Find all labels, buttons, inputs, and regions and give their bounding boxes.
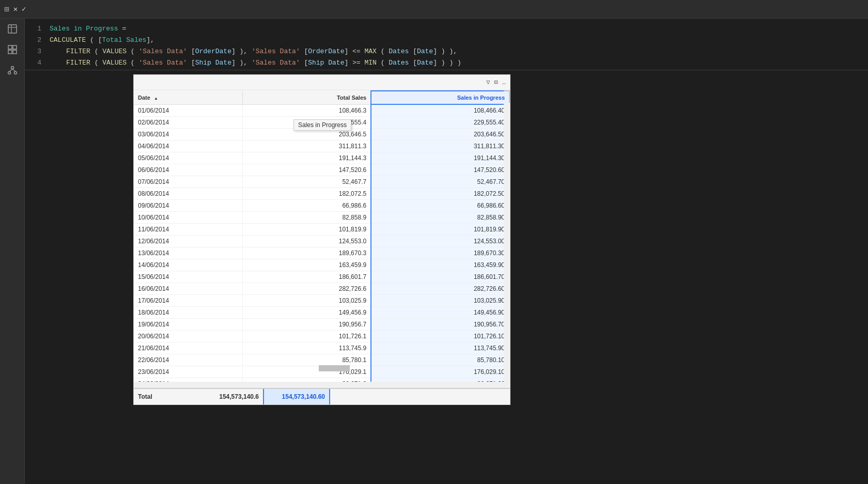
svg-point-9 <box>14 72 17 74</box>
svg-line-11 <box>12 69 16 72</box>
left-sidebar <box>0 19 25 484</box>
cell-sales-progress: 163,459.90 <box>371 259 509 271</box>
sidebar-icon-table[interactable] <box>6 23 19 35</box>
data-table: Date ▲ Total Sales Sales in Progress 01/… <box>134 90 510 388</box>
filter-icon[interactable]: ▽ <box>486 79 490 86</box>
close-icon[interactable]: ✕ <box>13 5 18 13</box>
cell-sales-progress: 189,670.30 <box>371 247 509 259</box>
code-line-1-text[interactable]: Sales in Progress = <box>50 25 126 33</box>
check-icon[interactable]: ✓ <box>22 5 26 13</box>
col-header-sales-progress[interactable]: Sales in Progress <box>371 91 509 104</box>
cell-date: 10/06/2014 <box>134 212 242 224</box>
cell-sales-progress: 147,520.60 <box>371 164 509 176</box>
table-row: 10/06/201482,858.982,858.90 <box>134 212 509 224</box>
cell-total-sales: 108,466.3 <box>242 104 371 117</box>
svg-rect-0 <box>8 25 17 33</box>
scroll-track-right[interactable] <box>504 90 510 388</box>
cell-date: 09/06/2014 <box>134 200 242 212</box>
cell-date: 04/06/2014 <box>134 140 242 152</box>
grid-icon: ⊞ <box>4 4 9 14</box>
table-row: 04/06/2014311,811.3311,811.30 <box>134 140 509 152</box>
table-row: 01/06/2014108,466.3108,466.40 <box>134 104 509 117</box>
svg-rect-5 <box>8 50 12 54</box>
cell-total-sales: 66,986.6 <box>242 200 371 212</box>
svg-rect-6 <box>13 50 17 54</box>
cell-date: 07/06/2014 <box>134 176 242 188</box>
table-row: 06/06/2014147,520.6147,520.60 <box>134 164 509 176</box>
cell-date: 21/06/2014 <box>134 342 242 354</box>
line-number-2: 2 <box>33 36 41 44</box>
main-content: 1 Sales in Progress = 2 CALCULATE ( [Tot… <box>25 19 868 484</box>
cell-total-sales: 190,956.7 <box>242 319 371 331</box>
code-line-3-text[interactable]: FILTER ( VALUES ( 'Sales Data' [OrderDat… <box>50 48 457 55</box>
table-row: 22/06/201485,780.185,780.10 <box>134 354 509 366</box>
scroll-thumb-bottom[interactable] <box>319 365 350 371</box>
footer-total-progress-value: 154,573,140.60 <box>263 389 330 404</box>
cell-total-sales: 163,459.9 <box>242 259 371 271</box>
table-row: 14/06/2014163,459.9163,459.90 <box>134 259 509 271</box>
table-row: 19/06/2014190,956.7190,956.70 <box>134 319 509 331</box>
cell-date: 06/06/2014 <box>134 164 242 176</box>
table-row: 11/06/2014101,819.9101,819.90 <box>134 224 509 236</box>
svg-point-8 <box>8 72 10 74</box>
cell-sales-progress: 176,029.10 <box>371 366 509 378</box>
cell-total-sales: 103,025.9 <box>242 295 371 307</box>
code-line-2: 2 CALCULATE ( [Total Sales], <box>33 34 860 45</box>
cell-date: 13/06/2014 <box>134 247 242 259</box>
sidebar-icon-network[interactable] <box>6 64 19 76</box>
col-header-date[interactable]: Date ▲ <box>134 91 242 104</box>
cell-total-sales: 124,553.0 <box>242 236 371 247</box>
cell-date: 20/06/2014 <box>134 331 242 342</box>
table-row: 20/06/2014101,726.1101,726.10 <box>134 331 509 342</box>
cell-sales-progress: 186,601.70 <box>371 271 509 283</box>
scroll-track-bottom[interactable] <box>134 382 504 388</box>
more-icon[interactable]: … <box>502 79 506 86</box>
cell-total-sales: 282,726.6 <box>242 283 371 295</box>
cell-total-sales: 113,745.9 <box>242 342 371 354</box>
table-row: 05/06/2014191,144.3191,144.30 <box>134 152 509 164</box>
table-row: 15/06/2014186,601.7186,601.70 <box>134 271 509 283</box>
code-line-2-text[interactable]: CALCULATE ( [Total Sales], <box>50 36 154 44</box>
code-line-4-text[interactable]: FILTER ( VALUES ( 'Sales Data' [Ship Dat… <box>50 59 461 67</box>
col-header-total-sales[interactable]: Total Sales <box>242 91 371 104</box>
cell-sales-progress: 191,144.30 <box>371 152 509 164</box>
cell-sales-progress: 190,956.70 <box>371 319 509 331</box>
cell-date: 15/06/2014 <box>134 271 242 283</box>
cell-sales-progress: 101,726.10 <box>371 331 509 342</box>
cell-date: 11/06/2014 <box>134 224 242 236</box>
table-toolbar-icons: ▽ ⊡ … <box>486 79 506 86</box>
cell-sales-progress: 108,466.40 <box>371 104 509 117</box>
cell-total-sales: 191,144.3 <box>242 152 371 164</box>
code-line-4: 4 FILTER ( VALUES ( 'Sales Data' [Ship D… <box>33 57 860 68</box>
cell-date: 14/06/2014 <box>134 259 242 271</box>
cell-date: 12/06/2014 <box>134 236 242 247</box>
table-row: 17/06/2014103,025.9103,025.90 <box>134 295 509 307</box>
sidebar-icon-grid[interactable] <box>6 43 19 56</box>
svg-line-10 <box>9 69 12 72</box>
sort-arrow-date: ▲ <box>154 96 158 101</box>
cell-sales-progress: 101,819.90 <box>371 224 509 236</box>
cell-total-sales: 149,456.9 <box>242 307 371 319</box>
column-tooltip: Sales in Progress <box>293 119 351 131</box>
cell-date: 17/06/2014 <box>134 295 242 307</box>
cell-date: 05/06/2014 <box>134 152 242 164</box>
cell-sales-progress: 103,025.90 <box>371 295 509 307</box>
cell-sales-progress: 203,646.50 <box>371 129 509 140</box>
table-row: 13/06/2014189,670.3189,670.30 <box>134 247 509 259</box>
code-line-1: 1 Sales in Progress = <box>33 23 860 34</box>
cell-total-sales: 182,072.5 <box>242 188 371 200</box>
table-footer: Total 154,573,140.6 154,573,140.60 <box>134 388 510 404</box>
table-row: 09/06/201466,986.666,986.60 <box>134 200 509 212</box>
footer-total-label: Total <box>134 393 196 400</box>
table-scroll-area[interactable]: Date ▲ Total Sales Sales in Progress 01/… <box>134 90 510 388</box>
cell-sales-progress: 149,456.90 <box>371 307 509 319</box>
cell-date: 23/06/2014 <box>134 366 242 378</box>
svg-rect-3 <box>8 45 12 49</box>
cell-date: 19/06/2014 <box>134 319 242 331</box>
line-number-4: 4 <box>33 59 41 67</box>
expand-icon[interactable]: ⊡ <box>494 79 498 86</box>
table-row: 07/06/201452,467.752,467.70 <box>134 176 509 188</box>
table-row: 12/06/2014124,553.0124,553.00 <box>134 236 509 247</box>
cell-sales-progress: 182,072.50 <box>371 188 509 200</box>
cell-date: 16/06/2014 <box>134 283 242 295</box>
